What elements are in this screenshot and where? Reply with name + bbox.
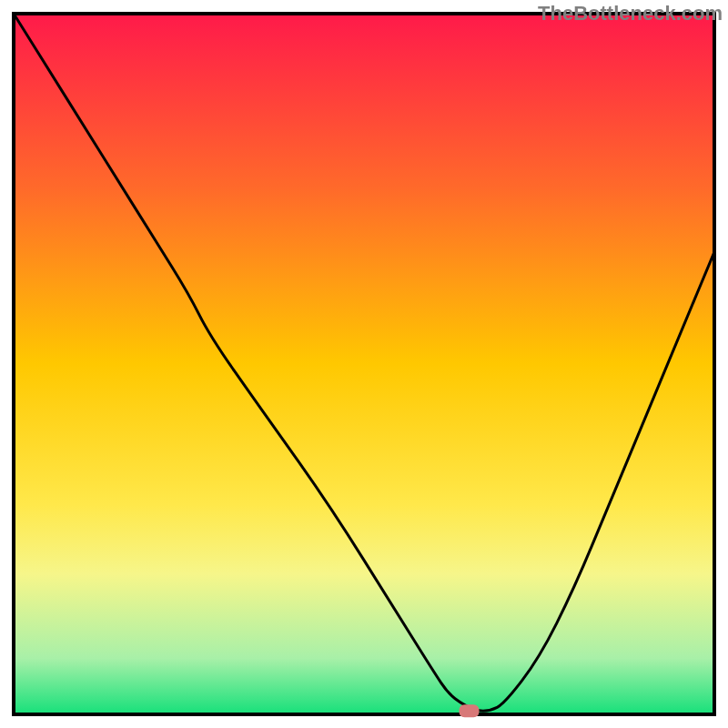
chart-container: TheBottleneck.com	[0, 0, 728, 728]
gradient-background	[14, 14, 714, 714]
optimal-marker	[460, 704, 480, 717]
watermark-text: TheBottleneck.com	[538, 2, 723, 25]
bottleneck-chart	[0, 0, 728, 728]
